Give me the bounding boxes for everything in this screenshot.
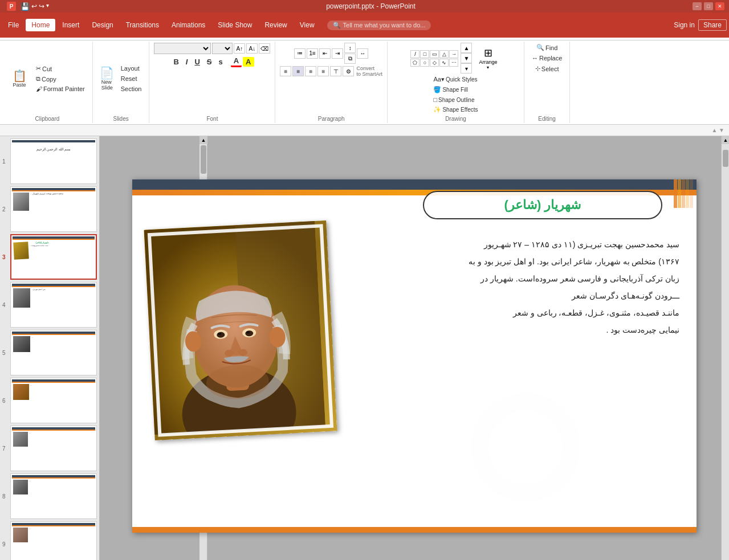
align-right-btn[interactable]: ≡ — [305, 66, 316, 76]
slide-title-box[interactable]: شهریار (شاعر) — [423, 191, 662, 219]
shapes-scroll-up[interactable]: ▲ — [461, 43, 472, 53]
align-left-btn[interactable]: ≡ — [280, 66, 291, 76]
menu-animations[interactable]: Animations — [166, 19, 211, 31]
italic-btn[interactable]: I — [183, 57, 191, 67]
underline-btn[interactable]: U — [192, 57, 202, 67]
shape-tools: / □ ▭ △ → ⬠ ○ ◇ ∿ ⋯ — [410, 50, 458, 67]
menu-view[interactable]: View — [294, 19, 320, 31]
ribbon-group-font: A↑ A↓ ⌫ B I U S s A A Font — [149, 42, 275, 123]
slide-thumb-8[interactable]: ... — [10, 473, 97, 519]
font-color-btn[interactable]: A — [231, 56, 242, 67]
layout-btn[interactable]: Layout — [118, 64, 145, 73]
slide-thumb-7[interactable]: ... — [10, 426, 97, 471]
justify-btn[interactable]: ≡ — [317, 66, 329, 76]
section-btn[interactable]: Section — [118, 84, 145, 93]
slide-thumb-6[interactable]: ... — [10, 378, 97, 423]
increase-indent-btn[interactable]: ⇥ — [332, 48, 343, 59]
convert-smartart-label[interactable]: Convertto SmartArt — [356, 66, 382, 77]
slide-thumb-9[interactable]: ... — [10, 521, 97, 560]
close-btn[interactable]: ✕ — [715, 2, 724, 10]
redo-quick-btn[interactable]: ↪ — [39, 2, 44, 11]
clear-format-btn[interactable]: ⌫ — [259, 43, 270, 54]
font-size-select[interactable] — [212, 43, 233, 54]
title-bar: P 💾 ↩ ↪ ▾ powerpoint.pptx - PowerPoint −… — [0, 0, 729, 13]
slide-thumb-5[interactable]: ... — [10, 330, 97, 375]
columns-btn[interactable]: ⧉ — [344, 54, 356, 64]
shape-oval[interactable]: ○ — [420, 59, 429, 67]
slide-para-5: ماننـد قصیـده، مثنـوی، غـزل، قطعـه، رباع… — [372, 305, 679, 321]
slide-para-6: نیمایی چیره‌دست بود . — [372, 322, 679, 338]
cut-btn[interactable]: ✂Cut — [33, 64, 88, 73]
shape-diamond[interactable]: ◇ — [430, 59, 439, 67]
slide-para-1: سید محمدحسین بهجت تبریـزی (۱۱ دی ۱۲۸۵ – … — [372, 236, 679, 252]
ribbon-search[interactable]: Tell me what you want to do... — [343, 22, 426, 28]
menu-slideshow[interactable]: Slide Show — [212, 19, 258, 31]
bullets-btn[interactable]: ≔ — [294, 48, 306, 59]
copy-btn[interactable]: ⧉Copy — [33, 74, 88, 84]
share-btn[interactable]: Share — [698, 19, 727, 31]
shape-arrow[interactable]: → — [449, 50, 458, 58]
quick-styles-btn[interactable]: Aa▾Quick Styles — [430, 75, 480, 84]
shape-pentagon[interactable]: ⬠ — [410, 59, 420, 67]
shape-fill-btn[interactable]: 🪣Shape Fill — [430, 85, 480, 95]
new-slide-btn[interactable]: 📄 NewSlide — [97, 66, 117, 92]
slide-para-3: زبان ترکی آذربایجانی و فارسی شعر سروده‌ا… — [372, 271, 679, 287]
menu-file[interactable]: File — [2, 19, 25, 31]
slide-bottom-orange — [132, 527, 697, 533]
portrait-svg — [144, 220, 325, 434]
menu-review[interactable]: Review — [259, 19, 292, 31]
slide-thumb-2[interactable]: محمد حسین بهجت تبریزی شهریار ... — [10, 186, 97, 232]
menu-transitions[interactable]: Transitions — [120, 19, 165, 31]
maximize-btn[interactable]: □ — [704, 2, 713, 10]
minimize-btn[interactable]: − — [693, 2, 702, 10]
highlight-btn[interactable]: A — [243, 57, 254, 67]
shape-outline-btn[interactable]: □Shape Outline — [430, 95, 480, 104]
font-size-increase-btn[interactable]: A↑ — [234, 43, 245, 54]
replace-btn[interactable]: ↔Replace — [529, 54, 565, 63]
shadow-btn[interactable]: s — [215, 57, 225, 67]
align-center-btn[interactable]: ≡ — [292, 66, 304, 76]
ribbon-scroll-area: ▲ ▼ — [0, 125, 729, 136]
slide-para-4: ـــرودن گونـه‌هـای دگرسـان شعر — [372, 288, 679, 304]
menu-insert[interactable]: Insert — [56, 19, 85, 31]
font-name-select[interactable] — [154, 43, 211, 54]
strikethrough-btn[interactable]: S — [204, 57, 215, 67]
shape-line[interactable]: / — [410, 50, 420, 58]
canvas-scrollbar[interactable]: ▲ ▼ — [721, 136, 729, 560]
font-size-decrease-btn[interactable]: A↓ — [246, 43, 258, 54]
shape-more[interactable]: ⋯ — [449, 59, 458, 67]
arrange-btn[interactable]: ⊞ Arrange ▾ — [475, 46, 500, 71]
align-text-btn[interactable]: ⊤ — [330, 66, 341, 76]
shapes-scroll-down[interactable]: ▼ — [461, 53, 472, 63]
shape-rect[interactable]: □ — [420, 50, 429, 58]
paste-btn[interactable]: 📋 Paste — [7, 69, 32, 89]
shape-curve[interactable]: ∿ — [439, 59, 449, 67]
line-spacing-btn[interactable]: ↕ — [344, 43, 356, 53]
menu-home[interactable]: Home — [26, 19, 55, 31]
shape-effects-btn[interactable]: ✨Shape Effects — [430, 105, 480, 115]
select-btn[interactable]: ⊹Select — [532, 64, 562, 73]
text-direction-btn[interactable]: ↔ — [357, 48, 368, 59]
slide-thumb-1[interactable]: بسم الله الرحمن الرحیم — [10, 138, 97, 184]
sign-in-btn[interactable]: Sign in — [674, 21, 695, 29]
decrease-indent-btn[interactable]: ⇤ — [319, 48, 331, 59]
numbering-btn[interactable]: 1≡ — [307, 48, 318, 59]
save-quick-btn[interactable]: 💾 — [21, 2, 30, 11]
slide-portrait — [144, 220, 337, 440]
slide-thumb-4[interactable]: متن اشعار شهریار... — [10, 282, 97, 328]
bold-btn[interactable]: B — [170, 57, 181, 67]
slide-text-area[interactable]: سید محمدحسین بهجت تبریـزی (۱۱ دی ۱۲۸۵ – … — [372, 236, 679, 339]
shape-rounded[interactable]: ▭ — [430, 50, 439, 58]
shape-triangle[interactable]: △ — [439, 50, 449, 58]
smartart-btn[interactable]: ⚙ — [343, 66, 354, 76]
slide-watermark — [469, 390, 583, 504]
shapes-expand[interactable]: ▾ — [461, 63, 472, 73]
reset-btn[interactable]: Reset — [118, 74, 145, 83]
slide-thumb-3[interactable]: شهریار (شاعر) سید محمدحسین بهجت... — [10, 234, 97, 280]
format-painter-btn[interactable]: 🖌Format Painter — [33, 84, 88, 93]
menu-design[interactable]: Design — [86, 19, 119, 31]
undo-quick-btn[interactable]: ↩ — [31, 2, 37, 11]
window-title: powerpoint.pptx - PowerPoint — [49, 2, 693, 10]
slide-panel[interactable]: 1 بسم الله الرحمن الرحیم 2 م — [0, 136, 100, 560]
find-btn[interactable]: 🔍Find — [533, 43, 560, 52]
